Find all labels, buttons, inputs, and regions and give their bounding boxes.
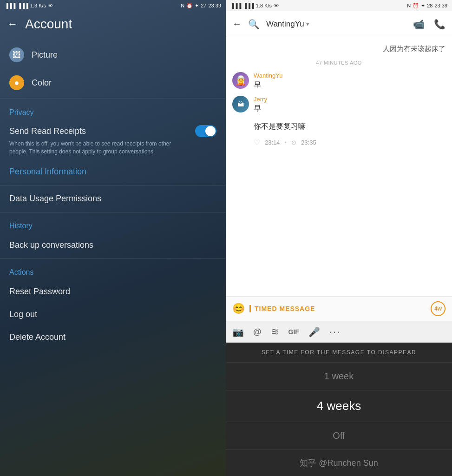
page-title: Account (25, 17, 72, 32)
battery-right: 28 (427, 3, 432, 8)
chat-name: WantingYu (266, 20, 304, 29)
toggle-knob (205, 126, 216, 136)
signal-icons: ▐▐▐ ▐▐▐ 1.3 K/s 👁 (5, 3, 53, 8)
status-right-right: N ⏰ ✦ 28 23:39 (407, 3, 447, 9)
zhihu-credit: 知乎 @Runchen Sun (226, 450, 452, 476)
time-read: 23:35 (301, 139, 316, 146)
backup-conversations-item[interactable]: Back up conversations (0, 234, 226, 257)
alarm-icon-right: ⏰ (413, 3, 419, 9)
video-call-icon[interactable]: 📹 (413, 19, 425, 30)
timed-dropdown: SET A TIME FOR THE MESSAGE TO DISAPPEAR … (226, 343, 452, 476)
actions-section-header: Actions (0, 261, 226, 280)
back-button[interactable]: ← (7, 18, 18, 30)
avatar-wantingyu: 🧝 (232, 72, 249, 89)
chat-title: WantingYu ▾ (266, 20, 406, 29)
nfc-icon: N (181, 3, 184, 8)
sender-jerry: Jerry (254, 96, 267, 103)
log-out-item[interactable]: Log out (0, 303, 226, 326)
signal2: ▐▐▐ (17, 3, 28, 8)
color-menu-item[interactable]: ● Color (0, 69, 226, 97)
gif-button[interactable]: GIF (288, 328, 299, 336)
message-wantingyu: 🧝 WantingYu 早 (226, 69, 452, 93)
backup-label: Back up conversations (9, 240, 93, 250)
nfc-icon-right: N (407, 3, 411, 8)
camera-icon[interactable]: 📷 (232, 326, 244, 337)
picture-menu-item[interactable]: 🖼 Picture (0, 41, 226, 69)
bubble-jerry: 早 (254, 104, 267, 114)
personal-information-label: Personal Information (9, 167, 86, 177)
timestamp-47min: 47 MINUTES AGO (226, 56, 452, 69)
1week-label: 1 week (324, 371, 354, 381)
signal1: ▐▐▐ (5, 3, 15, 8)
bluetooth-icon-right: ✦ (421, 3, 425, 9)
emoji-button[interactable]: 😊 (232, 303, 245, 315)
privacy-section-header: Privacy (0, 101, 226, 120)
time-sent: 23:14 (265, 139, 280, 146)
sender-wantingyu: WantingYu (254, 72, 282, 79)
speed: 1.3 K/s (30, 3, 46, 8)
timed-option-off[interactable]: Off (226, 422, 452, 450)
input-area: 😊 TIMED MESSAGE 4w 📷 @ ≋ GIF 🎤 ··· (226, 296, 452, 343)
data-usage-label: Data Usage Permissions (9, 194, 101, 204)
speed-right: 1.8 K/s (256, 3, 272, 8)
timed-option-1week[interactable]: 1 week (226, 363, 452, 390)
mention-icon[interactable]: @ (253, 327, 262, 337)
menu-list: 🖼 Picture ● Color Privacy Send Read Rece… (0, 37, 226, 476)
status-right: N ⏰ ✦ 27 23:39 (181, 3, 221, 9)
divider-3 (0, 212, 226, 212)
toggle-description: When this is off, you won't be able to s… (9, 140, 186, 156)
mic-icon[interactable]: 🎤 (308, 326, 320, 337)
search-icon[interactable]: 🔍 (248, 19, 260, 30)
reset-password-label: Reset Password (9, 287, 70, 297)
timed-dropdown-header: SET A TIME FOR THE MESSAGE TO DISAPPEAR (226, 343, 452, 363)
message-jerry: 🏔 Jerry 早 (226, 93, 452, 117)
timer-badge[interactable]: 4w (431, 301, 445, 316)
send-read-receipts-row[interactable]: Send Read Receipts When this is off, you… (0, 120, 226, 160)
battery-left: 27 (201, 3, 206, 8)
picture-label: Picture (32, 50, 58, 60)
toggle-label: Send Read Receipts (9, 126, 86, 136)
text-block-message: 你不是要复习嘛 (247, 117, 452, 136)
message-meta: ♡ 23:14 • ⊙ 23:35 (226, 136, 452, 149)
more-icon[interactable]: ··· (329, 326, 341, 338)
history-section-header: History (0, 214, 226, 234)
delete-account-label: Delete Account (9, 332, 66, 342)
chat-messages: 人因为有未该起床了 47 MINUTES AGO 🧝 WantingYu 早 🏔… (226, 37, 452, 296)
divider-2 (0, 185, 226, 185)
picture-icon: 🖼 (9, 47, 24, 62)
bubble-wantingyu: 早 (254, 80, 282, 90)
personal-information-item[interactable]: Personal Information (0, 160, 226, 183)
data-usage-item[interactable]: Data Usage Permissions (0, 187, 226, 210)
divider-4 (0, 258, 226, 259)
outgoing-message: 人因为有未该起床了 (226, 42, 452, 56)
time-left: 23:39 (208, 3, 221, 8)
timed-option-4weeks[interactable]: 4 weeks (226, 390, 452, 422)
bluetooth-icon: ✦ (195, 3, 199, 9)
chat-back-button[interactable]: ← (232, 19, 242, 29)
phone-icon[interactable]: 📞 (434, 19, 445, 30)
alarm-icon: ⏰ (186, 3, 193, 9)
toolbar-row: 📷 @ ≋ GIF 🎤 ··· (226, 321, 452, 343)
dot-separator: • (285, 139, 287, 146)
log-out-label: Log out (9, 310, 37, 319)
chat-actions: 📹 📞 (413, 19, 445, 30)
chat-header: ← 🔍 WantingYu ▾ 📹 📞 (226, 11, 452, 37)
read-receipts-toggle[interactable] (195, 125, 216, 137)
4weeks-label: 4 weeks (317, 399, 361, 413)
outgoing-text: 人因为有未该起床了 (383, 45, 445, 53)
reset-password-item[interactable]: Reset Password (0, 280, 226, 303)
message-content-wantingyu: WantingYu 早 (254, 72, 282, 90)
like-icon[interactable]: ♡ (254, 138, 260, 147)
delete-account-item[interactable]: Delete Account (0, 326, 226, 349)
squiggle-icon[interactable]: ≋ (271, 326, 279, 338)
off-label: Off (333, 430, 345, 441)
dropdown-icon[interactable]: ▾ (306, 20, 309, 27)
eye-icon-right: 👁 (274, 3, 279, 8)
signal1-right: ▐▐▐ (230, 3, 241, 8)
timed-message-bar: 😊 TIMED MESSAGE 4w (226, 297, 452, 321)
timed-label: TIMED MESSAGE (249, 305, 426, 312)
eye-icon: 👁 (48, 3, 53, 8)
account-settings-panel: ▐▐▐ ▐▐▐ 1.3 K/s 👁 N ⏰ ✦ 27 23:39 ← Accou… (0, 0, 226, 476)
divider-1 (0, 99, 226, 99)
signal2-right: ▐▐▐ (243, 3, 254, 8)
